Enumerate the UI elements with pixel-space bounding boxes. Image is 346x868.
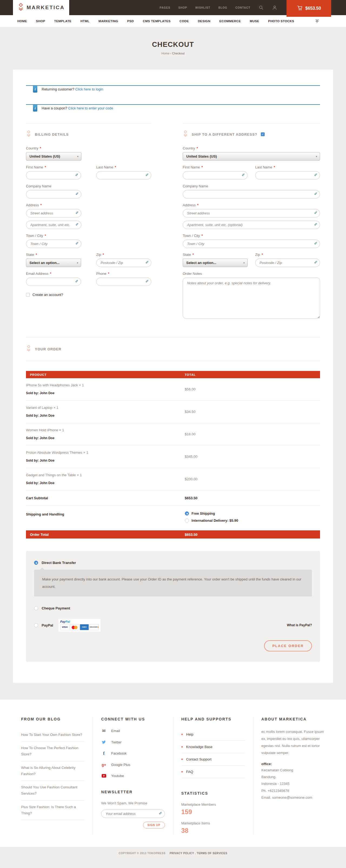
menu-photo-stocks[interactable]: PHOTO STOCKS: [268, 20, 294, 23]
payment-bank-radio[interactable]: [34, 561, 38, 565]
menu-template[interactable]: TEMPLATE: [54, 20, 71, 23]
subtotal-label: Cart Subtotal: [26, 496, 185, 500]
shipping-town-input[interactable]: [183, 240, 320, 248]
help-column-title: HELP AND SUPPORTS: [181, 717, 245, 721]
billing-apartment-input[interactable]: [26, 221, 81, 229]
billing-company-input[interactable]: [26, 190, 81, 198]
billing-country-select[interactable]: United States (US) ▾: [26, 152, 81, 160]
top-nav-blog[interactable]: BLOG: [218, 6, 227, 9]
billing-town-input[interactable]: [26, 240, 81, 248]
breadcrumb: Home › Checkout: [0, 52, 346, 55]
search-icon[interactable]: [258, 5, 264, 10]
required-mark: *: [108, 272, 109, 276]
order-total-label: Order Total: [26, 532, 185, 537]
menu-ecommerce[interactable]: ECOMMERCE: [219, 20, 241, 23]
stat-label: Marketplace Items: [181, 821, 245, 825]
menu-html[interactable]: HTML: [80, 20, 90, 23]
billing-email-input[interactable]: [26, 278, 81, 286]
billing-section-title: BILLING DETAILS: [35, 132, 69, 136]
about-column-title: ABOUT MARKETICA: [262, 717, 325, 721]
blog-post-link[interactable]: Plus Size Fashion: Is There Such a Thing…: [21, 801, 84, 820]
top-nav-contact[interactable]: CONTACT: [236, 6, 250, 9]
required-mark: *: [115, 165, 116, 169]
billing-last-name-input[interactable]: [96, 171, 151, 180]
breadcrumb-home[interactable]: Home: [161, 52, 169, 55]
menu-shop[interactable]: SHOP: [36, 20, 45, 23]
shipping-free-radio[interactable]: [185, 512, 189, 516]
select-caret-icon: ▾: [243, 261, 245, 264]
menu-cms-templates[interactable]: CMS TEMPLATES: [143, 20, 171, 23]
social-googleplus-link[interactable]: g+ Google Plus: [101, 763, 165, 767]
order-notes-textarea[interactable]: [183, 278, 320, 319]
newsletter-email-input[interactable]: [101, 809, 165, 818]
social-twitter-link[interactable]: Twitter: [101, 740, 165, 744]
legal-links[interactable]: PRIVACY POLICY . TERMS OF SERVICES: [170, 852, 227, 855]
office-line: Indonesia - 12345: [262, 780, 325, 787]
payment-cheque-radio[interactable]: [34, 606, 38, 610]
top-nav-shop[interactable]: SHOP: [178, 6, 187, 9]
billing-first-name-input[interactable]: [26, 171, 81, 180]
brand-logo[interactable]: MARKETICA: [13, 0, 69, 15]
shipping-first-name-input[interactable]: [183, 171, 248, 180]
cart-button[interactable]: $653.50: [286, 0, 331, 17]
help-link[interactable]: Contact Support: [181, 753, 245, 766]
blog-post-link[interactable]: What is So Alluring About Celebrity Fash…: [21, 761, 84, 781]
menu-muse[interactable]: MUSE: [250, 20, 259, 23]
shipping-company-input[interactable]: [183, 190, 320, 198]
menu-design[interactable]: DESIGN: [198, 20, 211, 23]
social-label: Google Plus: [111, 763, 130, 767]
product-total: $200.00: [185, 477, 320, 481]
shipping-state-select[interactable]: Select an option... ▾: [183, 258, 248, 267]
social-youtube-link[interactable]: Youtube: [101, 774, 165, 778]
top-nav-wishlist[interactable]: WISHLIST: [195, 6, 210, 9]
ship-to-different-checkbox[interactable]: ✓: [261, 132, 265, 136]
required-mark: *: [201, 234, 203, 238]
blog-post-link[interactable]: How To Start Your Own Fashion Store?: [21, 728, 84, 742]
place-order-button[interactable]: PLACE ORDER: [264, 640, 312, 651]
order-table: PRODUCT TOTAL iPhone 5s with Headphones …: [26, 371, 320, 538]
shipping-apartment-input[interactable]: [183, 221, 320, 229]
order-row: Variant of Laptop × 1 Sold by: John Doe …: [26, 401, 320, 423]
billing-state-select[interactable]: Select an option... ▾: [26, 258, 81, 267]
total-column-header: TOTAL: [185, 373, 320, 376]
state-value: Select an option...: [186, 261, 216, 265]
shipping-country-select[interactable]: United States (US) ▾: [183, 152, 320, 160]
menu-psd[interactable]: PSD: [127, 20, 134, 23]
billing-zip-input[interactable]: [96, 258, 151, 267]
billing-phone-input[interactable]: [96, 278, 151, 286]
shipping-company-field: Company Name ✐: [183, 184, 320, 198]
payment-paypal-radio[interactable]: [34, 623, 38, 627]
shipping-last-name-input[interactable]: [255, 171, 320, 180]
newsletter-tagline: We Won't Spam, We Promise: [101, 801, 165, 805]
blog-post-link[interactable]: Should You Use Fashion Consultant Servic…: [21, 781, 84, 801]
double-chevron-down-icon[interactable]: [315, 19, 319, 24]
shipping-street-input[interactable]: [183, 209, 320, 217]
help-link[interactable]: FAQ: [181, 766, 245, 778]
help-link[interactable]: Knowladge Base: [181, 741, 245, 753]
blog-post-link[interactable]: How To Choose The Perfect Fashion Store?: [21, 742, 84, 761]
top-nav: PAGES SHOP WISHLIST BLOG CONTACT: [160, 0, 277, 15]
menu-code[interactable]: CODE: [179, 20, 189, 23]
what-is-paypal-link[interactable]: What is PayPal?: [287, 623, 312, 627]
menu-home[interactable]: HOME: [17, 20, 27, 23]
square-bullet-icon: [181, 758, 183, 760]
returning-customer-notice: i Returning customer? Click here to logi…: [26, 85, 320, 97]
shipping-international-radio[interactable]: [185, 519, 189, 523]
social-email-link[interactable]: ✉ Email: [101, 728, 165, 734]
login-link[interactable]: Click here to login: [75, 87, 103, 91]
checkout-card: i Returning customer? Click here to logi…: [13, 69, 333, 683]
top-header: MARKETICA PAGES SHOP WISHLIST BLOG CONTA…: [0, 0, 346, 15]
social-facebook-link[interactable]: f Facebook: [101, 751, 165, 756]
required-mark: *: [274, 165, 275, 169]
shipping-zip-input[interactable]: [255, 258, 320, 267]
billing-street-input[interactable]: [26, 209, 81, 217]
required-mark: *: [103, 253, 104, 257]
user-icon[interactable]: [272, 5, 277, 10]
menu-marketing[interactable]: MARKETING: [98, 20, 118, 23]
newsletter-signup-button[interactable]: SIGN UP: [143, 822, 165, 829]
coupon-link[interactable]: Click here to enter your code: [68, 106, 113, 110]
shipping-zip-field: Zip * ✐: [255, 253, 320, 267]
help-link[interactable]: Help: [181, 728, 245, 741]
create-account-checkbox[interactable]: [26, 293, 30, 297]
top-nav-pages[interactable]: PAGES: [160, 6, 170, 9]
